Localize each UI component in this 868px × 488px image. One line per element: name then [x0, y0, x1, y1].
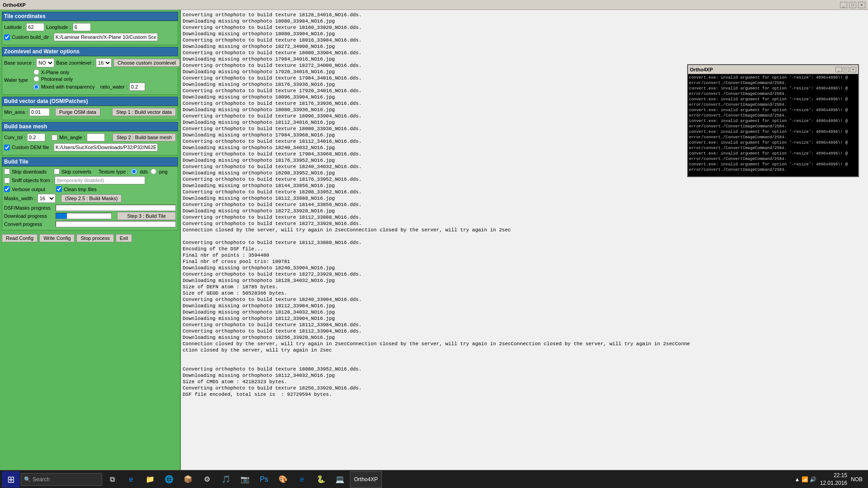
- xplane-only-radio[interactable]: [33, 69, 39, 75]
- longitude-input[interactable]: [73, 23, 91, 31]
- app2-icon[interactable]: ⚙: [198, 471, 216, 488]
- custom-build-dir-checkbox[interactable]: [4, 34, 10, 40]
- skip-downloads-checkbox[interactable]: [4, 169, 10, 174]
- dsf-progress-row: DSF/Masks progress: [4, 205, 176, 211]
- skip-converts-checkbox[interactable]: [54, 169, 60, 174]
- custom-dem-label: Custom DEM file :: [12, 145, 52, 150]
- base-source-row: Base source : NOBIGO Base zoomlevel : 14…: [4, 58, 176, 67]
- custom-dem-checkbox[interactable]: [4, 145, 10, 150]
- photoreal-only-radio[interactable]: [33, 76, 39, 82]
- search-text: Search: [33, 476, 50, 483]
- convert-progress-bar: [56, 221, 176, 227]
- choose-custom-zoomlevel-button[interactable]: Choose custom zoomlevel: [113, 59, 180, 67]
- sniff-input[interactable]: [55, 176, 145, 184]
- latitude-input[interactable]: [26, 23, 44, 31]
- clock-time: 22:15: [820, 472, 847, 479]
- tile-coordinates-header: Tile coordinates: [2, 12, 178, 21]
- ratio-water-input[interactable]: [129, 83, 145, 91]
- left-panel: Tile coordinates Latitude : Longitude : …: [0, 10, 181, 470]
- download-progress-label: Download progress: [4, 213, 54, 219]
- skip-row: Skip downloads Skip converts Texture typ…: [4, 169, 176, 174]
- zoomlevel-body: Base source : NOBIGO Base zoomlevel : 14…: [2, 56, 178, 95]
- min-area-row: Min_area : Purge OSM data Step 1 : Build…: [4, 108, 176, 116]
- app1-icon[interactable]: 📦: [179, 471, 197, 488]
- ps-icon[interactable]: Ps: [255, 471, 273, 488]
- min-angle-label: Min_angle :: [59, 135, 85, 140]
- custom-dem-input[interactable]: [54, 143, 158, 151]
- clock-date: 12.01.2016: [820, 479, 847, 487]
- app7-icon[interactable]: 💻: [331, 471, 349, 488]
- popup-minimize-button[interactable]: _: [835, 67, 842, 72]
- verbose-checkbox[interactable]: [4, 186, 10, 192]
- app3-icon[interactable]: 🎵: [217, 471, 235, 488]
- step1-button[interactable]: Step 1 : Build vector data: [112, 108, 176, 116]
- water-type-label: Water type: [4, 77, 28, 83]
- app6-icon[interactable]: 🐍: [312, 471, 330, 488]
- titlebar-controls: _ □ ×: [840, 2, 865, 8]
- step25-button[interactable]: (Step 2.5 : Build Masks): [61, 194, 122, 202]
- popup-content: convert.exe: invalid argument for option…: [688, 74, 858, 176]
- download-progress-row: Download progress Step 3 : Build Tile: [4, 212, 176, 220]
- maximize-button[interactable]: □: [849, 2, 856, 8]
- popup-maximize-button[interactable]: □: [843, 67, 849, 72]
- ortho4xp-taskbar-label: Ortho4XP: [354, 476, 378, 483]
- write-config-button[interactable]: Write Config: [39, 234, 75, 242]
- stop-process-button[interactable]: Stop process: [76, 234, 113, 242]
- masks-width-label: Masks_width :: [4, 196, 36, 201]
- minimize-button[interactable]: _: [840, 2, 847, 8]
- ortho4xp-taskbar-app[interactable]: Ortho4XP: [350, 471, 382, 488]
- build-tile-body: Skip downloads Skip converts Texture typ…: [2, 166, 178, 230]
- task-view-button[interactable]: ⧉: [103, 471, 121, 488]
- start-button[interactable]: ⊞: [2, 471, 20, 488]
- min-angle-checkbox[interactable]: [52, 135, 57, 141]
- clean-tmp-checkbox[interactable]: [56, 186, 62, 192]
- app4-icon[interactable]: 📷: [236, 471, 254, 488]
- close-button[interactable]: ×: [858, 2, 865, 8]
- popup-close-button[interactable]: ×: [850, 67, 856, 72]
- exit-button[interactable]: Exit: [116, 234, 132, 242]
- mixed-transparency-radio[interactable]: [33, 84, 39, 90]
- app5-icon[interactable]: 🎨: [274, 471, 292, 488]
- edge-icon[interactable]: e: [293, 471, 311, 488]
- bottom-buttons-row: Read Config Write Config Stop process Ex…: [2, 234, 178, 242]
- custom-build-dir-input[interactable]: [54, 33, 158, 41]
- photoreal-only-label: Photoreal only: [41, 76, 73, 82]
- base-zoomlevel-label: Base zoomlevel :: [56, 60, 94, 66]
- custom-build-dir-row: Custom build_dir :: [4, 33, 176, 41]
- taskbar-right: ▲ 📶 🔊 22:15 12.01.2016 NOB: [794, 472, 866, 487]
- purge-osm-button[interactable]: Purge OSM data: [55, 108, 100, 116]
- tile-coordinates-section: Tile coordinates Latitude : Longitude : …: [2, 12, 178, 45]
- photoreal-only-row: Photoreal only: [33, 76, 145, 82]
- download-progress-bar: [56, 213, 112, 219]
- build-base-mesh-body: Curv_tol : Min_angle : Step 2 : Build ba…: [2, 131, 178, 155]
- folder-icon[interactable]: 📁: [141, 471, 159, 488]
- base-zoomlevel-select[interactable]: 1415161718: [96, 58, 112, 67]
- texture-png-radio[interactable]: [151, 169, 156, 174]
- zoomlevel-section: Zoomlevel and Water options Base source …: [2, 47, 178, 95]
- verbose-label: Verbose output: [12, 187, 45, 192]
- build-vector-body: Min_area : Purge OSM data Step 1 : Build…: [2, 106, 178, 120]
- ie-icon[interactable]: e: [122, 471, 140, 488]
- xplane-only-row: X-Plane only: [33, 69, 145, 75]
- search-bar[interactable]: 🔍 Search: [21, 473, 102, 486]
- build-vector-section: Build vector data (OSM/Patches) Min_area…: [2, 97, 178, 120]
- read-config-button[interactable]: Read Config: [2, 234, 38, 242]
- build-base-mesh-section: Build base mesh Curv_tol : Min_angle : S…: [2, 122, 178, 155]
- custom-build-dir-label: Custom build_dir :: [12, 34, 52, 40]
- min-area-input[interactable]: [29, 108, 50, 116]
- curv-tol-input[interactable]: [27, 133, 45, 141]
- browser1-icon[interactable]: 🌐: [160, 471, 178, 488]
- min-angle-input[interactable]: [87, 133, 105, 141]
- base-source-select[interactable]: NOBIGO: [36, 58, 54, 67]
- taskbar: ⊞ 🔍 Search ⧉ e 📁 🌐 📦 ⚙ 🎵 📷 Ps 🎨 e 🐍 💻 Or…: [0, 470, 868, 488]
- zoomlevel-header: Zoomlevel and Water options: [2, 47, 178, 56]
- step3-button[interactable]: Step 3 : Build Tile: [117, 212, 176, 220]
- mixed-transparency-label: Mixed with transparency: [41, 84, 95, 89]
- sniff-checkbox[interactable]: [4, 178, 10, 183]
- masks-width-select[interactable]: 163264: [38, 194, 56, 203]
- system-icons: ▲ 📶 🔊: [794, 476, 816, 483]
- step2-button[interactable]: Step 2 : Build base mesh: [113, 133, 176, 141]
- taskbar-time: 22:15 12.01.2016: [820, 472, 847, 487]
- texture-dds-radio[interactable]: [131, 169, 137, 174]
- longitude-label: Longitude :: [46, 24, 71, 30]
